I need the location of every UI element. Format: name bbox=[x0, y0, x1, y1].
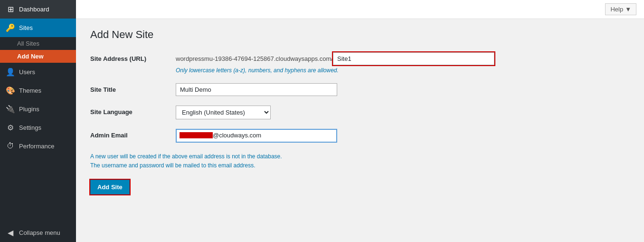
collapse-icon: ◀ bbox=[6, 228, 15, 237]
url-prefix: wordpressmu-19386-47694-125867.cloudways… bbox=[176, 55, 333, 62]
help-button[interactable]: Help ▼ bbox=[605, 3, 636, 15]
sidebar-item-add-new[interactable]: Add New bbox=[0, 50, 76, 63]
site-address-label: Site Address (URL) bbox=[90, 52, 176, 62]
sidebar-label-users: Users bbox=[19, 68, 35, 76]
form-notes: A new user will be created if the above … bbox=[90, 152, 630, 170]
admin-email-row: Admin Email @cloudways.com bbox=[90, 129, 630, 143]
url-input[interactable] bbox=[333, 52, 494, 65]
plugins-icon: 🔌 bbox=[6, 105, 15, 114]
site-language-field: English (United States) bbox=[176, 106, 630, 119]
admin-email-input[interactable] bbox=[176, 129, 337, 143]
performance-icon: ⏱ bbox=[6, 142, 15, 150]
admin-email-label: Admin Email bbox=[90, 129, 176, 139]
page-body: Add New Site Site Address (URL) wordpres… bbox=[76, 19, 644, 242]
sidebar-item-plugins[interactable]: 🔌 Plugins bbox=[0, 100, 76, 118]
settings-icon: ⚙ bbox=[6, 123, 15, 132]
sidebar-item-settings[interactable]: ⚙ Settings bbox=[0, 118, 76, 137]
page-title: Add New Site bbox=[90, 29, 630, 41]
sidebar-label-plugins: Plugins bbox=[19, 106, 39, 113]
sidebar-sites-submenu: All Sites Add New bbox=[0, 37, 76, 63]
users-icon: 👤 bbox=[6, 68, 15, 77]
note-line2: The username and password will be mailed… bbox=[90, 161, 630, 170]
url-hint: Only lowercase letters (a-z), numbers, a… bbox=[176, 67, 630, 74]
sidebar-item-dashboard[interactable]: ⊞ Dashboard bbox=[0, 0, 76, 19]
sidebar-item-all-sites[interactable]: All Sites bbox=[0, 37, 76, 50]
chevron-down-icon: ▼ bbox=[625, 6, 631, 13]
admin-email-field: @cloudways.com bbox=[176, 129, 630, 143]
site-title-row: Site Title bbox=[90, 83, 630, 96]
top-bar: Help ▼ bbox=[76, 0, 644, 19]
note-line1: A new user will be created if the above … bbox=[90, 152, 630, 161]
site-language-select[interactable]: English (United States) bbox=[176, 106, 271, 119]
sidebar-item-users[interactable]: 👤 Users bbox=[0, 63, 76, 81]
add-site-button[interactable]: Add Site bbox=[90, 180, 130, 194]
sidebar: ⊞ Dashboard 🔑 Sites All Sites Add New 👤 … bbox=[0, 0, 76, 242]
themes-icon: 🎨 bbox=[6, 86, 15, 95]
main-content: Help ▼ Add New Site Site Address (URL) w… bbox=[76, 0, 644, 242]
sidebar-label-performance: Performance bbox=[19, 143, 54, 150]
sidebar-item-sites[interactable]: 🔑 Sites bbox=[0, 19, 76, 37]
sidebar-label-collapse: Collapse menu bbox=[19, 229, 60, 236]
sidebar-label-themes: Themes bbox=[19, 87, 41, 94]
sidebar-item-performance[interactable]: ⏱ Performance bbox=[0, 137, 76, 155]
site-address-row: Site Address (URL) wordpressmu-19386-476… bbox=[90, 52, 630, 74]
site-title-input[interactable] bbox=[176, 83, 337, 96]
sidebar-label-settings: Settings bbox=[19, 124, 41, 131]
dashboard-icon: ⊞ bbox=[6, 5, 15, 14]
help-label: Help bbox=[610, 6, 623, 13]
site-title-label: Site Title bbox=[90, 83, 176, 93]
site-language-label: Site Language bbox=[90, 106, 176, 116]
sidebar-label-sites: Sites bbox=[19, 24, 33, 31]
sidebar-item-collapse[interactable]: ◀ Collapse menu bbox=[0, 223, 76, 242]
sites-icon: 🔑 bbox=[6, 23, 15, 32]
site-address-field: wordpressmu-19386-47694-125867.cloudways… bbox=[176, 52, 630, 74]
site-language-row: Site Language English (United States) bbox=[90, 106, 630, 119]
sidebar-item-themes[interactable]: 🎨 Themes bbox=[0, 81, 76, 100]
sidebar-label-dashboard: Dashboard bbox=[19, 6, 49, 13]
site-title-field bbox=[176, 83, 630, 96]
